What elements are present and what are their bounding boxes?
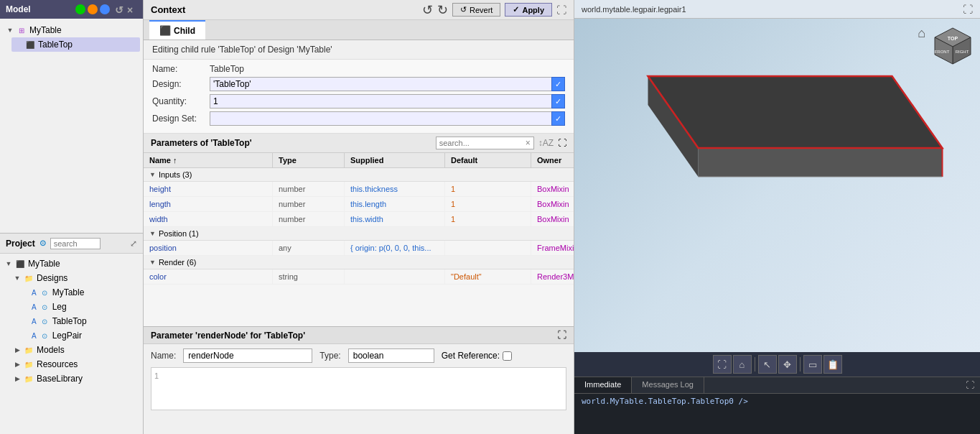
view-expand-icon[interactable]: ⛶ xyxy=(963,4,973,15)
toolbar-divider-2 xyxy=(800,357,801,371)
sort-az-icon[interactable]: ↕AZ xyxy=(538,138,554,148)
form-quantity-field: ✓ xyxy=(210,94,565,108)
apply-label: Apply xyxy=(522,6,544,14)
dot-green-icon[interactable] xyxy=(75,4,85,14)
proj-tabletop-label: TableTop xyxy=(52,316,87,326)
viewport[interactable]: TOP RIGHT FRONT ⌂ xyxy=(574,19,980,352)
undo-icon[interactable]: ↺ xyxy=(422,2,433,18)
param-row-width[interactable]: width number this.width 1 BoxMixin xyxy=(144,212,574,227)
project-expand-icon[interactable]: ⤢ xyxy=(130,239,137,249)
apply-button[interactable]: ✓ Apply xyxy=(505,3,552,17)
param-detail-header: Parameter 'renderNode' for 'TableTop' ⛶ xyxy=(144,327,574,344)
group-inputs[interactable]: ▼ Inputs (3) xyxy=(144,168,574,182)
view-header: world.mytable.legpair.legpair1 ⛶ xyxy=(574,0,980,19)
apply-icon: ✓ xyxy=(513,5,519,14)
param-default-height: 1 xyxy=(445,182,531,196)
tool-pan-btn[interactable]: ✥ xyxy=(778,355,797,374)
proj-designs[interactable]: ▼ 📁 Designs xyxy=(10,271,141,285)
param-default-color: "Default" xyxy=(445,269,531,284)
immediate-panel: Immediate Messages Log ⛶ world.MyTable.T… xyxy=(574,377,980,434)
proj-legpair[interactable]: A ⊙ LegPair xyxy=(19,328,141,343)
revert-button[interactable]: ↺ Revert xyxy=(452,3,500,17)
proj-arrow-mytable: ▼ xyxy=(4,259,13,268)
proj-models[interactable]: ▶ 📁 Models xyxy=(10,343,141,357)
project-search-input[interactable] xyxy=(50,238,101,249)
tab-child-icon: ⬛ xyxy=(159,25,171,36)
proj-mytable[interactable]: ▼ ⬛ MyTable xyxy=(1,257,141,271)
form-design-input[interactable] xyxy=(210,77,551,91)
search-clear-icon[interactable]: × xyxy=(526,138,531,148)
redo-icon[interactable]: ↻ xyxy=(437,2,448,18)
param-row-length[interactable]: length number this.length 1 BoxMixin xyxy=(144,197,574,212)
proj-resources-label: Resources xyxy=(37,359,78,369)
tree-item-tabletop[interactable]: ⬛ TableTop xyxy=(11,37,140,52)
tab-immediate[interactable]: Immediate xyxy=(574,377,632,393)
param-detail-type-input[interactable] xyxy=(348,348,434,363)
expand-all-icon[interactable]: ⛶ xyxy=(558,138,566,148)
tree-item-mytable[interactable]: ▼ ⊞ MyTable xyxy=(3,23,140,37)
param-type-position: any xyxy=(273,241,345,255)
form-designset-btn[interactable]: ✓ xyxy=(551,111,565,126)
proj-leg[interactable]: A ⊙ Leg xyxy=(19,300,141,314)
model-title: Model xyxy=(6,4,31,14)
group-render-label: Render (6) xyxy=(159,258,197,267)
param-owner-color: Render3Mixin xyxy=(531,269,574,284)
tool-doc-btn[interactable]: 📋 xyxy=(823,355,842,374)
param-detail-type-label: Type: xyxy=(319,351,340,361)
params-search-input[interactable] xyxy=(439,139,526,147)
proj-baselibrary[interactable]: ▶ 📁 BaseLibrary xyxy=(10,371,141,386)
param-row-position[interactable]: position any { origin: p(0, 0, 0, this..… xyxy=(144,241,574,256)
param-detail-editor[interactable]: 1 xyxy=(151,367,566,410)
svg-marker-6 xyxy=(648,76,943,148)
editing-rule-text: Editing child rule 'TableTop' of Design … xyxy=(152,45,332,55)
param-detail-name-input[interactable] xyxy=(183,348,312,363)
project-header: Project ⊙ ⤢ xyxy=(0,234,143,254)
param-supplied-width: this.width xyxy=(345,212,445,226)
form-design-btn[interactable]: ✓ xyxy=(551,77,565,91)
immediate-expand-icon[interactable]: ⛶ xyxy=(960,377,980,393)
group-position[interactable]: ▼ Position (1) xyxy=(144,227,574,241)
model-close-icon[interactable]: × xyxy=(127,4,137,14)
project-panel: Project ⊙ ⤢ ▼ ⬛ MyTable ▼ 📁 Designs A ⊙ … xyxy=(0,233,143,434)
proj-resources[interactable]: ▶ 📁 Resources xyxy=(10,357,141,371)
tool-view-btn[interactable]: ▭ xyxy=(803,355,822,374)
param-detail-panel: Parameter 'renderNode' for 'TableTop' ⛶ … xyxy=(144,326,574,434)
maximize-icon[interactable]: ⛶ xyxy=(556,4,566,16)
project-target-icon: ⊙ xyxy=(39,239,46,248)
get-reference-checkbox[interactable] xyxy=(503,351,512,361)
tab-child[interactable]: ⬛ Child xyxy=(149,20,205,40)
model-refresh-icon[interactable]: ↺ xyxy=(115,4,125,14)
group-arrow-inputs: ▼ xyxy=(149,171,156,178)
proj-mytable-design[interactable]: A ⊙ MyTable xyxy=(19,285,141,300)
proj-a-icon-2: A xyxy=(32,303,37,311)
form-row-quantity: Quantity: ✓ xyxy=(152,94,565,108)
dot-blue-icon[interactable] xyxy=(100,4,110,14)
group-render[interactable]: ▼ Render (6) xyxy=(144,256,574,269)
proj-a-icon-4: A xyxy=(32,332,37,340)
dot-orange-icon[interactable] xyxy=(88,4,98,14)
proj-arrow-designs: ▼ xyxy=(13,274,22,282)
form-quantity-btn[interactable]: ✓ xyxy=(551,94,565,108)
tool-fullscreen-btn[interactable]: ⛶ xyxy=(713,355,732,374)
immediate-text: world.MyTable.TableTop.TableTop0 /> xyxy=(582,397,748,406)
param-detail-name-label: Name: xyxy=(151,351,176,361)
model-panel: Model ↺ × ▼ ⊞ MyTable ⬛ TableTop Project… xyxy=(0,0,144,434)
tab-immediate-label: Immediate xyxy=(584,380,621,389)
form-design-field: ✓ xyxy=(210,77,565,91)
svg-marker-7 xyxy=(699,148,943,177)
proj-mytable-design-label: MyTable xyxy=(52,287,85,297)
proj-tabletop-design[interactable]: A ⊙ TableTop xyxy=(19,314,141,328)
model-header-icons: ↺ × xyxy=(75,4,137,14)
tab-messages-log[interactable]: Messages Log xyxy=(632,377,704,393)
param-detail-expand-icon[interactable]: ⛶ xyxy=(557,330,566,341)
view-controls: ⛶ xyxy=(963,4,973,15)
form-designset-input[interactable] xyxy=(210,111,551,126)
tool-select-btn[interactable]: ↖ xyxy=(758,355,777,374)
tree-label-mytable: MyTable xyxy=(29,25,62,35)
tool-home-btn[interactable]: ⌂ xyxy=(733,355,752,374)
param-row-color[interactable]: color string "Default" Render3Mixin xyxy=(144,269,574,285)
param-row-height[interactable]: height number this.thickness 1 BoxMixin xyxy=(144,182,574,197)
form-quantity-input[interactable] xyxy=(210,94,551,108)
tab-bar: ⬛ Child xyxy=(144,20,574,40)
tree-arrow-mytable: ▼ xyxy=(6,26,14,34)
